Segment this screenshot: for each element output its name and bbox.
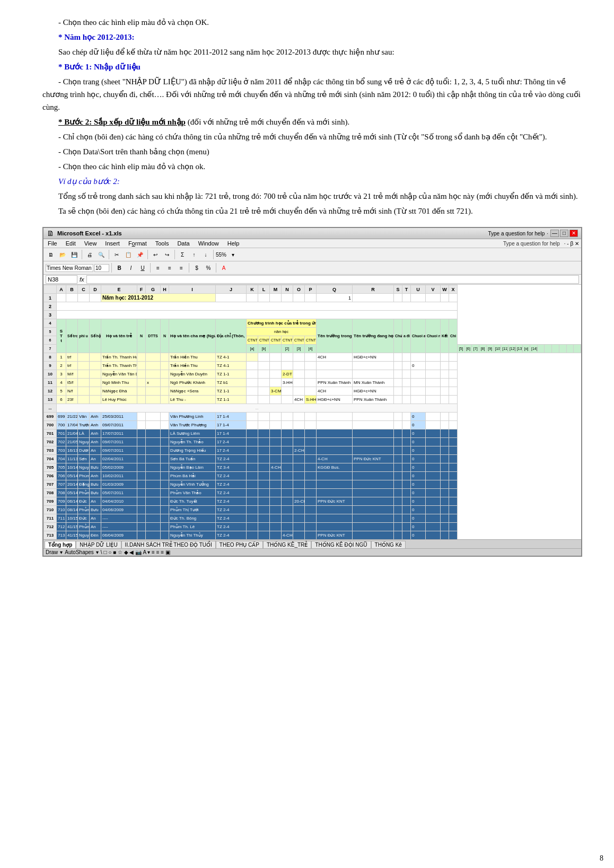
menu-view[interactable]: View (82, 240, 99, 247)
table-row[interactable]: 10 3 M/f Nguyễn Văn Tân Duy Nguyễn Văn D… (44, 370, 581, 379)
italic-button[interactable]: I (126, 262, 136, 273)
align-right[interactable]: ≡ (176, 262, 187, 273)
table-row[interactable]: 710 71008/149PhủmBưu 04/06/2009 Phủm Thị… (44, 506, 581, 514)
tab-tonghop[interactable]: Tổng hợp (45, 541, 76, 548)
table-row[interactable]: 703 70316/136DươngAn 09/07/2011 Dương Tr… (44, 446, 581, 455)
cell-reference[interactable] (46, 275, 77, 284)
table-row[interactable]: 8 1 trf Trần Th. Thanh Huyền Trần Hiền T… (44, 353, 581, 362)
tab-thongke-doingu[interactable]: THỐNG KÊ ĐỘI NGŨ (311, 541, 371, 548)
col-o-header[interactable]: O (293, 285, 305, 294)
table-row[interactable]: 711 71110/150ĐứcAn ---- Đức Th. Bông TZ … (44, 514, 581, 523)
table-row[interactable]: 708 70805/146PhủmBưu 05/07/2011 Phủm Văn… (44, 489, 581, 497)
align-left[interactable]: ≡ (153, 262, 163, 273)
minimize-button[interactable]: — (550, 230, 559, 237)
draw-dropdown[interactable]: ▾ (60, 549, 63, 555)
sep4 (174, 250, 175, 259)
open-button[interactable]: 📂 (57, 249, 68, 260)
table-row[interactable]: 13 6 23f Lê Huy Phúc Lê Thu - TZ 1-1 4CH… (44, 396, 581, 404)
col-h-header[interactable]: H (161, 285, 169, 294)
sum-button[interactable]: Σ (177, 249, 188, 260)
col-x-header[interactable]: X (449, 285, 458, 294)
col-j-header[interactable]: J (216, 285, 247, 294)
autoshapes-dropdown[interactable]: ▾ (96, 549, 99, 555)
menu-help[interactable]: Help (225, 240, 242, 247)
undo-button[interactable]: ↩ (150, 249, 161, 260)
align-center[interactable]: ≡ (164, 262, 175, 273)
menu-format[interactable]: Format (126, 240, 149, 247)
table-row[interactable]: 707 70720/145ĐặngBưu 01/03/2009 Nguyễn V… (44, 480, 581, 489)
table-row[interactable]: 709 70906/148ĐứcAn 04/04/2010 Đức Th. Tu… (44, 497, 581, 506)
font-color[interactable]: A (218, 262, 229, 273)
new-button[interactable]: 🗎 (46, 249, 56, 260)
currency-button[interactable]: $ (191, 262, 202, 273)
col-q-header[interactable]: Q (317, 285, 353, 294)
line-11: Tổng số trẻ trong danh sách sau khi nhập… (42, 190, 582, 203)
col-f-header[interactable]: F (137, 285, 146, 294)
menu-data[interactable]: Data (175, 240, 191, 247)
copy-button[interactable]: 📋 (123, 249, 134, 260)
print-button[interactable]: 🖨 (84, 249, 95, 260)
table-row[interactable]: 702 70221/05NguyễnAnh 09/07/2011 Nguyễn … (44, 438, 581, 446)
table-row[interactable]: 713 71341/154NguyễnĐèn 06/04/2009 Nguyễn… (44, 531, 581, 540)
menu-tools[interactable]: Tools (153, 240, 171, 247)
col-v-header[interactable]: V (426, 285, 441, 294)
tab-thongke2[interactable]: THỐNG Kê (371, 541, 406, 548)
tab-theophucap[interactable]: THEO PHỤ CẤP (216, 541, 263, 548)
col-u-header[interactable]: U (411, 285, 426, 294)
menu-file[interactable]: File (46, 240, 59, 247)
col-i-header[interactable]: I (169, 285, 216, 294)
col-b-header[interactable]: B (66, 285, 78, 294)
col-k-header[interactable]: K (247, 285, 258, 294)
formula-input[interactable] (86, 275, 579, 284)
table-row[interactable]: 12 5 N/f NâNgọc Đhà NâNgọc +Sera TZ 1-1 … (44, 387, 581, 396)
table-row[interactable]: 704 70411/139SơnAn 02/04/2011 Sơn Bá Tuấ… (44, 455, 581, 463)
font-name-input[interactable] (46, 264, 93, 272)
table-row[interactable]: 712 71241/154PhủmAn ---- Phủm Th. Lê TZ … (44, 523, 581, 531)
sort-asc[interactable]: ↑ (189, 249, 199, 260)
table-row[interactable]: 11 4 t5/f Ngô Minh Thu x Ngô Phước Khánh… (44, 379, 581, 387)
print-preview[interactable]: 🔍 (96, 249, 107, 260)
spreadsheet-area[interactable]: A B C D E F G H I J K L M N O P Q (43, 285, 581, 539)
table-row[interactable]: 701 70121/04LÀAnh 17/07/2011 LÀ Sương Li… (44, 429, 581, 438)
maximize-button[interactable]: □ (560, 230, 568, 237)
table-row[interactable]: 9 2 trf Trần Th. Thanh Thủa Trần Hiền Th… (44, 362, 581, 370)
paste-button[interactable]: 📌 (135, 249, 145, 260)
excel-table: A B C D E F G H I J K L M N O P Q (43, 285, 581, 539)
col-n-header[interactable]: N (282, 285, 293, 294)
tab-thongke-tre[interactable]: THỐNG KÊ_TRẺ (263, 541, 311, 548)
col-g-header[interactable]: G (146, 285, 161, 294)
menu-edit[interactable]: Edit (64, 240, 78, 247)
col-r-header[interactable]: R (353, 285, 394, 294)
table-row[interactable]: 700 700 17/04 Trước Anh 09/07/2011 Văn T… (44, 421, 581, 429)
save-button[interactable]: 💾 (69, 249, 80, 260)
tab-nhapdulieu[interactable]: NHẬP DỮ LIỆU (76, 541, 121, 548)
autoshapes[interactable]: AutoShapes (65, 549, 94, 555)
col-l-header[interactable]: L (258, 285, 270, 294)
menu-insert[interactable]: Insert (103, 240, 122, 247)
col-e-header[interactable]: E (101, 285, 137, 294)
draw-tool[interactable]: Draw (46, 549, 58, 555)
cut-button[interactable]: ✂ (111, 249, 122, 260)
redo-button[interactable]: ↪ (162, 249, 172, 260)
percent-button[interactable]: % (203, 262, 214, 273)
zoom-dropdown[interactable]: ▾ (227, 249, 238, 260)
table-row[interactable]: 699 699 21/22 Văn Anh 25/03/2011 Văn Phư… (44, 413, 581, 421)
col-t-header[interactable]: T (402, 285, 411, 294)
table-row[interactable]: 705 70510/142NguyễnBưu 05/02/2009 Nguyễn… (44, 463, 581, 472)
close-button[interactable]: ✕ (569, 230, 578, 237)
col-w-header[interactable]: W (441, 285, 449, 294)
col-d-header[interactable]: D (90, 285, 101, 294)
col-s-header[interactable]: S (394, 285, 402, 294)
col-m-header[interactable]: M (270, 285, 282, 294)
sort-desc[interactable]: ↓ (200, 249, 211, 260)
window-buttons[interactable]: — □ ✕ (550, 230, 578, 237)
font-size-input[interactable] (94, 264, 109, 272)
col-c-header[interactable]: C (78, 285, 90, 294)
col-a-header[interactable]: A (57, 285, 66, 294)
bold-button[interactable]: B (114, 262, 125, 273)
col-p-header[interactable]: P (305, 285, 317, 294)
tab-danhsach[interactable]: II.DANH SÁCH TRẺ THEO ĐỘ TUỔI (121, 541, 216, 548)
menu-window[interactable]: Window (196, 240, 221, 247)
underline-button[interactable]: U (137, 262, 148, 273)
table-row[interactable]: 706 70605/144PhùmAnh 10/02/2011 Phùm Bá … (44, 472, 581, 480)
